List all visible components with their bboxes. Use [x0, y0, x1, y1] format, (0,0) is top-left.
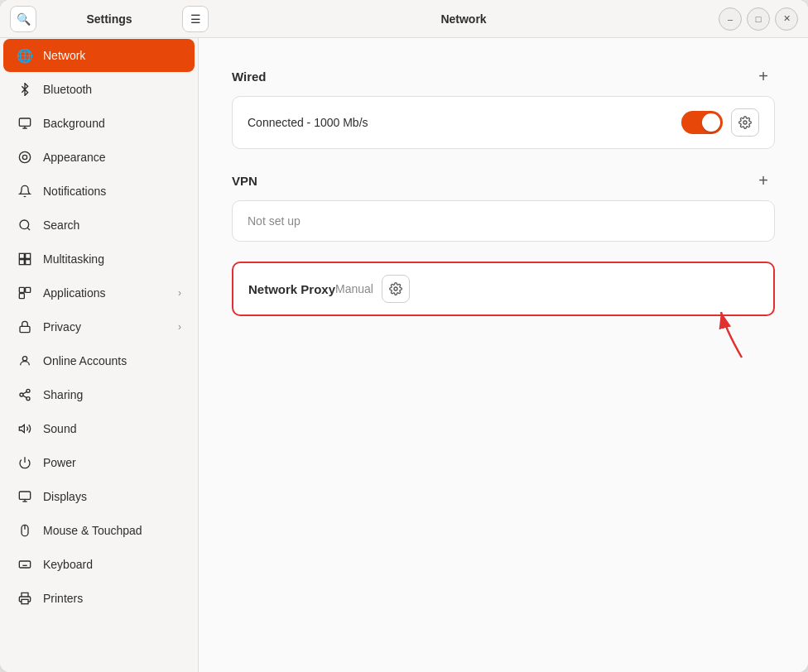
power-icon	[17, 454, 33, 471]
sidebar-item-online-accounts[interactable]: Online Accounts	[3, 344, 195, 377]
chevron-right-icon: ›	[178, 321, 181, 333]
svg-rect-21	[19, 492, 30, 499]
titlebar: 🔍 Settings ☰ Network – □ ✕	[0, 0, 808, 38]
wired-add-button[interactable]: +	[752, 65, 775, 88]
sharing-icon	[17, 386, 33, 403]
wired-connection-status: Connected - 1000 Mb/s	[248, 116, 681, 129]
search-icon	[17, 217, 33, 233]
svg-rect-5	[19, 253, 24, 258]
sidebar-item-multitasking[interactable]: Multitasking	[3, 242, 195, 276]
sidebar-item-sound[interactable]: Sound	[3, 412, 195, 445]
sidebar-item-printers[interactable]: Printers	[3, 582, 195, 615]
svg-line-18	[23, 391, 27, 394]
sidebar-item-sharing[interactable]: Sharing	[3, 378, 195, 411]
sidebar-item-privacy[interactable]: Privacy ›	[3, 310, 195, 343]
mouse-icon	[17, 522, 33, 539]
sidebar-item-mouse-touchpad[interactable]: Mouse & Touchpad	[3, 514, 195, 547]
sidebar-item-label: Notifications	[43, 185, 106, 198]
svg-point-14	[26, 389, 30, 392]
vpn-status: Not set up	[248, 214, 301, 228]
svg-point-15	[20, 393, 23, 396]
svg-rect-26	[19, 561, 30, 568]
minimize-icon: –	[728, 14, 733, 24]
close-button[interactable]: ✕	[775, 7, 798, 31]
close-icon: ✕	[783, 13, 791, 24]
wired-card: Connected - 1000 Mb/s	[232, 96, 775, 149]
wired-settings-button[interactable]	[731, 108, 759, 137]
titlebar-menu-button[interactable]: ☰	[182, 6, 209, 32]
wired-section-header: Wired +	[232, 65, 775, 88]
svg-rect-0	[19, 118, 30, 126]
minimize-button[interactable]: –	[719, 7, 742, 31]
sidebar-item-power[interactable]: Power	[3, 446, 195, 479]
applications-icon	[17, 285, 33, 301]
vpn-section: VPN + Not set up	[232, 169, 775, 242]
main-layout: 🌐 Network Bluetooth Backgrou	[0, 38, 808, 672]
maximize-icon: □	[756, 14, 762, 24]
sidebar-item-label: Privacy	[43, 320, 81, 334]
sidebar-item-label: Mouse & Touchpad	[43, 524, 142, 537]
sidebar-item-label: Displays	[43, 490, 87, 503]
gear-icon	[738, 116, 752, 129]
svg-point-34	[394, 287, 397, 290]
svg-rect-7	[19, 260, 24, 265]
appearance-icon	[17, 149, 33, 166]
wired-connection-row: Connected - 1000 Mb/s	[233, 97, 774, 148]
network-proxy-card: Network Proxy Manual	[232, 262, 775, 316]
background-icon	[17, 115, 33, 132]
sidebar-item-displays[interactable]: Displays	[3, 480, 195, 513]
sidebar-item-keyboard[interactable]: Keyboard	[3, 548, 195, 581]
sidebar-item-background[interactable]: Background	[3, 107, 195, 140]
vpn-card: Not set up	[232, 200, 775, 242]
sidebar-item-label: Multitasking	[43, 252, 104, 266]
sidebar-item-notifications[interactable]: Notifications	[3, 175, 195, 208]
svg-point-1	[22, 155, 26, 159]
vpn-section-header: VPN +	[232, 169, 775, 192]
bluetooth-icon	[17, 81, 33, 98]
svg-rect-11	[19, 294, 24, 299]
proxy-row: Network Proxy Manual	[233, 263, 773, 314]
window-controls: – □ ✕	[719, 7, 798, 31]
sidebar-item-search[interactable]: Search	[3, 209, 195, 242]
svg-rect-10	[26, 287, 31, 292]
titlebar-left: 🔍 Settings ☰	[10, 6, 209, 32]
sidebar-item-label: Online Accounts	[43, 354, 127, 367]
page-title: Network	[209, 12, 719, 26]
svg-rect-6	[26, 253, 31, 258]
vpn-title: VPN	[232, 174, 257, 188]
svg-rect-12	[20, 326, 30, 332]
proxy-section: Network Proxy Manual	[232, 262, 775, 316]
sidebar-item-label: Printers	[43, 592, 83, 605]
sidebar-item-applications[interactable]: Applications ›	[3, 276, 195, 310]
sidebar-item-label: Background	[43, 117, 105, 130]
keyboard-icon	[17, 556, 33, 573]
sound-icon	[17, 420, 33, 437]
gear-icon	[389, 282, 402, 295]
titlebar-search-button[interactable]: 🔍	[10, 6, 36, 32]
svg-point-33	[743, 121, 747, 124]
wired-toggle[interactable]	[681, 111, 723, 134]
vpn-add-button[interactable]: +	[752, 169, 775, 192]
svg-rect-8	[26, 260, 31, 265]
menu-icon: ☰	[190, 12, 201, 26]
sidebar-item-bluetooth[interactable]: Bluetooth	[3, 73, 195, 106]
maximize-button[interactable]: □	[747, 7, 770, 31]
multitasking-icon	[17, 251, 33, 267]
svg-line-17	[23, 396, 27, 398]
network-icon: 🌐	[17, 47, 33, 64]
proxy-settings-button[interactable]	[382, 275, 410, 303]
settings-window: 🔍 Settings ☰ Network – □ ✕ 🌐	[0, 0, 808, 672]
svg-line-4	[27, 228, 30, 230]
sidebar-item-label: Network	[43, 49, 85, 62]
svg-point-3	[20, 220, 29, 229]
sidebar-item-label: Search	[43, 218, 79, 232]
sidebar-item-label: Keyboard	[43, 558, 93, 571]
sidebar-item-network[interactable]: 🌐 Network	[3, 39, 195, 72]
sidebar-item-label: Applications	[43, 286, 106, 300]
svg-marker-19	[19, 425, 24, 432]
wired-title: Wired	[232, 70, 267, 84]
sidebar-item-label: Sharing	[43, 388, 83, 401]
sidebar-item-appearance[interactable]: Appearance	[3, 141, 195, 174]
sidebar-item-label: Power	[43, 456, 76, 469]
svg-rect-9	[19, 287, 24, 292]
